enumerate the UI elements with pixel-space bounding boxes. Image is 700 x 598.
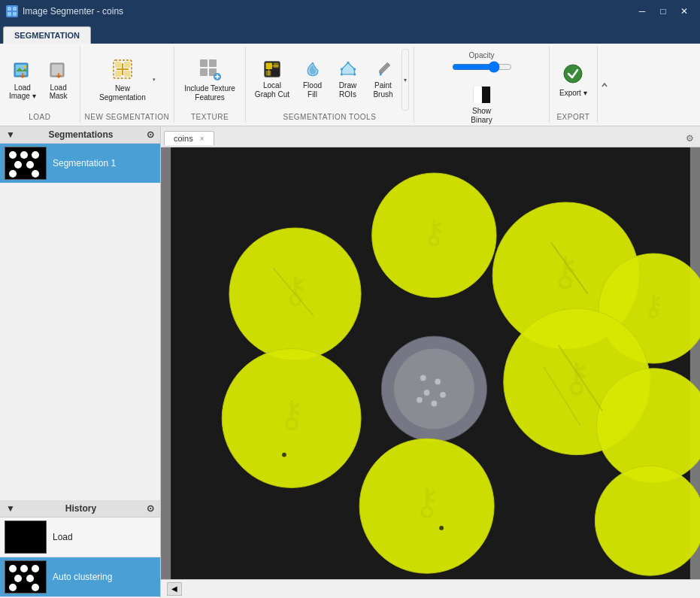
app-icon — [6, 5, 18, 17]
include-texture-label: Include TextureFeatures — [184, 84, 235, 102]
content-area: coins × ⚙ ⚷ ⚷ ⚷ — [161, 126, 700, 597]
svg-point-63 — [595, 466, 700, 575]
ribbon-group-new-seg: NewSegmentation ▾ NEW SEGMENTATION — [80, 47, 175, 123]
history-list: Load Auto clustering — [0, 518, 160, 597]
svg-rect-18 — [200, 68, 208, 76]
svg-text:⚷: ⚷ — [414, 482, 441, 523]
svg-rect-12 — [115, 62, 121, 68]
history-title: History — [65, 503, 96, 514]
segmentation-item-0[interactable]: Segmentation 1 — [0, 144, 160, 183]
export-button[interactable]: Export ▾ — [554, 49, 592, 111]
main-layout: ▼ Segmentations ⊙ — [0, 126, 700, 597]
svg-marker-29 — [341, 62, 354, 74]
history-arrow[interactable]: ▼ — [6, 503, 15, 514]
segmentations-section: ▼ Segmentations ⊙ — [0, 126, 160, 183]
history-options-btn[interactable]: ⊙ — [147, 503, 154, 514]
history-thumbnail-0 — [5, 521, 47, 554]
svg-text:⚷: ⚷ — [550, 249, 580, 294]
local-graph-cut-label: LocalGraph Cut — [255, 81, 289, 99]
draw-rois-button[interactable]: DrawROIs — [331, 49, 365, 111]
tab-close-button[interactable]: × — [200, 135, 205, 143]
svg-point-30 — [347, 62, 349, 64]
maximize-button[interactable]: □ — [653, 3, 673, 20]
panel-spacer — [0, 183, 160, 500]
content-tab-coins[interactable]: coins × — [164, 131, 214, 145]
history-section: ▼ History ⊙ Load — [0, 500, 160, 597]
new-segmentation-dropdown[interactable]: ▾ — [150, 49, 159, 111]
load-mask-button[interactable]: LoadMask — [42, 50, 75, 109]
export-label: Export ▾ — [559, 89, 587, 98]
left-panel: ▼ Segmentations ⊙ — [0, 126, 161, 597]
segmentations-options-btn[interactable]: ⊙ — [147, 129, 154, 140]
svg-rect-17 — [209, 59, 217, 67]
show-binary-icon — [473, 86, 491, 104]
svg-point-56 — [417, 397, 423, 403]
window-controls: ─ □ ✕ — [632, 3, 694, 20]
content-tab-label: coins — [174, 134, 193, 143]
history-label-0: Load — [53, 532, 73, 542]
texture-group-label: TEXTURE — [191, 113, 229, 121]
svg-point-33 — [353, 73, 355, 75]
svg-text:⚷: ⚷ — [643, 289, 665, 321]
segmentations-title: Segmentations — [48, 129, 113, 140]
tab-segmentation[interactable]: SEGMENTATION — [3, 26, 91, 44]
export-group-label: EXPORT — [556, 113, 589, 121]
ribbon-group-texture: Include TextureFeatures TEXTURE — [174, 47, 246, 123]
svg-point-31 — [353, 68, 355, 70]
ribbon-group-view-controls: Opacity ShowBinary VIEW CONTROLS — [414, 47, 550, 123]
svg-point-52 — [420, 375, 426, 381]
paint-brush-icon — [374, 60, 392, 78]
svg-rect-8 — [52, 65, 62, 75]
svg-point-34 — [340, 73, 342, 75]
load-image-label: LoadImage ▾ — [9, 83, 36, 100]
paint-brush-button[interactable]: PaintBrush — [366, 49, 400, 111]
history-label-1: Auto clustering — [53, 572, 112, 582]
svg-rect-15 — [124, 71, 130, 77]
svg-text:⚷: ⚷ — [278, 394, 305, 435]
svg-point-69 — [282, 453, 286, 457]
svg-rect-0 — [8, 7, 11, 11]
include-texture-icon — [198, 57, 222, 81]
svg-text:⚷: ⚷ — [282, 270, 309, 311]
minimize-button[interactable]: ─ — [632, 3, 652, 20]
new-segmentation-label: NewSegmentation — [99, 84, 146, 102]
svg-rect-16 — [200, 59, 208, 67]
opacity-label: Opacity — [469, 51, 495, 59]
scroll-left-button[interactable]: ◀ — [167, 582, 182, 596]
ribbon-group-seg-tools: LocalGraph Cut FloodFill — [246, 47, 414, 123]
load-image-button[interactable]: LoadImage ▾ — [5, 50, 41, 109]
ribbon-tabs: SEGMENTATION — [0, 23, 700, 44]
svg-rect-3 — [13, 12, 17, 16]
new-segmentation-button[interactable]: NewSegmentation — [95, 49, 150, 111]
local-graph-cut-button[interactable]: LocalGraph Cut — [250, 49, 294, 111]
opacity-slider[interactable] — [452, 61, 512, 73]
seg-tools-dropdown[interactable]: ▾ — [402, 49, 409, 111]
collapse-ribbon-button[interactable] — [597, 47, 612, 123]
segmentations-arrow[interactable]: ▼ — [6, 129, 15, 140]
ribbon: LoadImage ▾ LoadMask LOAD — [0, 44, 700, 126]
ribbon-group-export: Export ▾ EXPORT — [550, 47, 597, 123]
app-title: Image Segmenter - coins — [23, 6, 123, 17]
close-button[interactable]: ✕ — [674, 3, 694, 20]
svg-rect-14 — [115, 71, 121, 77]
draw-rois-icon — [339, 60, 357, 78]
svg-point-38 — [564, 65, 582, 83]
history-item-1[interactable]: Auto clustering — [0, 557, 160, 597]
tab-options-button[interactable]: ⚙ — [683, 132, 697, 145]
history-item-0[interactable]: Load — [0, 518, 160, 557]
svg-point-51 — [394, 349, 474, 430]
flood-fill-button[interactable]: FloodFill — [295, 49, 329, 111]
ribbon-group-load: LoadImage ▾ LoadMask LOAD — [0, 47, 80, 123]
load-image-icon — [12, 59, 33, 80]
flood-fill-icon — [304, 60, 322, 78]
history-header: ▼ History ⊙ — [0, 500, 160, 518]
new-segmentation-split: NewSegmentation ▾ — [95, 49, 159, 111]
include-texture-button[interactable]: Include TextureFeatures — [179, 49, 241, 111]
segmentations-header: ▼ Segmentations ⊙ — [0, 126, 160, 144]
svg-point-53 — [435, 378, 441, 384]
history-thumbnail-1 — [5, 560, 47, 593]
paint-brush-label: PaintBrush — [373, 81, 392, 99]
svg-rect-1 — [13, 7, 17, 11]
svg-rect-24 — [265, 62, 272, 69]
svg-rect-37 — [473, 87, 481, 103]
